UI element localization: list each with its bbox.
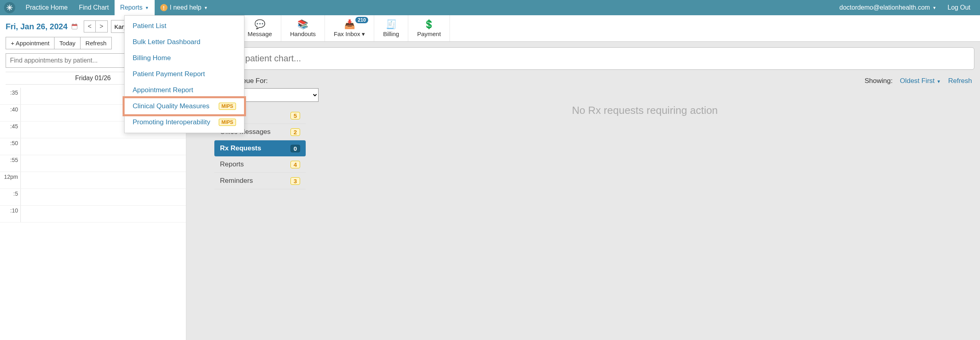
payment-icon: 💲 xyxy=(423,19,434,30)
alert-icon: ! xyxy=(160,4,167,11)
toolbar-message[interactable]: 💬Message xyxy=(238,15,281,41)
queue-item[interactable]: Reminders3 xyxy=(214,173,306,189)
queue-for-select[interactable] xyxy=(234,88,319,102)
menu-item-label: Appointment Report xyxy=(133,86,193,94)
refresh-schedule-button[interactable]: Refresh xyxy=(81,37,112,49)
time-slot-row[interactable]: :50 xyxy=(0,138,186,155)
toolbar-label: Message xyxy=(248,30,272,37)
nav-find-chart[interactable]: Find Chart xyxy=(73,0,115,15)
caret-down-icon: ▼ xyxy=(937,79,941,84)
nav-user-email[interactable]: doctordemo@elationhealth.com ▼ xyxy=(834,0,942,15)
reports-menu-item[interactable]: Patient List xyxy=(125,18,244,34)
reports-dropdown: Patient ListBulk Letter DashboardBilling… xyxy=(124,15,244,133)
next-day-button[interactable]: > xyxy=(96,20,108,32)
mips-badge: MIPS xyxy=(219,119,236,126)
reports-menu-item[interactable]: Patient Payment Report xyxy=(125,66,244,82)
patient-chart-search-input[interactable] xyxy=(238,47,974,70)
toolbar-label: Payment xyxy=(417,30,441,37)
queue-item[interactable]: Rx Requests0 xyxy=(214,140,306,156)
schedule-date[interactable]: Fri, Jan 26, 2024 xyxy=(6,22,68,31)
message-icon: 💬 xyxy=(254,19,265,30)
reports-menu-item[interactable]: Bulk Letter Dashboard xyxy=(125,34,244,50)
handouts-icon: 📚 xyxy=(297,19,308,30)
app-logo[interactable] xyxy=(4,2,15,13)
menu-item-label: Promoting Interoperability xyxy=(133,118,210,126)
today-button[interactable]: Today xyxy=(54,37,81,49)
topbar: Practice Home Find Chart Reports ▼ ! I n… xyxy=(0,0,980,15)
toolbar-billing[interactable]: 🧾Billing xyxy=(374,15,408,41)
empty-queue-message: No Rx requests requiring action xyxy=(315,104,974,117)
billing-icon: 🧾 xyxy=(386,19,397,30)
refresh-queue-link[interactable]: Refresh xyxy=(948,77,972,85)
time-slot-label: :10 xyxy=(0,206,21,222)
add-appointment-button[interactable]: + Appointment xyxy=(6,37,54,49)
queue-item-count: 4 xyxy=(290,161,300,168)
nav-reports[interactable]: Reports ▼ xyxy=(115,0,155,15)
toolbar-payment[interactable]: 💲Payment xyxy=(408,15,450,41)
time-slot-label: :50 xyxy=(0,138,21,155)
nav-practice-home[interactable]: Practice Home xyxy=(20,0,73,15)
nav-reports-label: Reports xyxy=(120,4,143,11)
svg-rect-3 xyxy=(76,24,77,25)
queue-item[interactable]: Reports4 xyxy=(214,156,306,173)
toolbar-label: Handouts xyxy=(290,30,316,37)
queue-item-count: 5 xyxy=(290,112,300,119)
queue-item-label: Reports xyxy=(220,160,244,168)
time-slot-label: :40 xyxy=(0,105,21,121)
time-slot-label: :5 xyxy=(0,189,21,205)
sort-label: Oldest First xyxy=(900,77,935,85)
reports-menu-item[interactable]: Billing Home xyxy=(125,50,244,66)
queue-item-count: 2 xyxy=(290,128,300,136)
time-slot-row[interactable]: :10 xyxy=(0,206,186,223)
time-slot-label: :35 xyxy=(0,88,21,104)
user-email-label: doctordemo@elationhealth.com xyxy=(839,4,930,11)
queue-item-label: Reminders xyxy=(220,177,253,185)
prev-day-button[interactable]: < xyxy=(84,20,96,32)
caret-down-icon: ▾ xyxy=(360,30,365,37)
menu-item-label: Patient List xyxy=(133,22,166,30)
time-slot-row[interactable]: 12pm xyxy=(0,172,186,189)
time-slot-label: 12pm xyxy=(0,172,21,188)
toolbar-handouts[interactable]: 📚Handouts xyxy=(281,15,325,41)
sort-dropdown[interactable]: Oldest First ▼ xyxy=(900,77,941,85)
caret-down-icon: ▼ xyxy=(145,6,149,10)
calendar-icon[interactable] xyxy=(71,23,78,30)
fax-inbox-icon: 📥 xyxy=(344,19,355,30)
menu-item-label: Clinical Quality Measures xyxy=(133,102,210,110)
reports-menu-item[interactable]: Appointment Report xyxy=(125,82,244,98)
queue-item-count: 0 xyxy=(290,145,300,152)
menu-item-label: Bulk Letter Dashboard xyxy=(133,38,200,46)
main-panel: 💬Message📚Handouts📥Fax Inbox ▾210🧾Billing… xyxy=(186,15,980,340)
nav-help-label: I need help xyxy=(170,4,202,11)
nav-logout[interactable]: Log Out xyxy=(942,0,976,15)
count-badge: 210 xyxy=(355,17,368,23)
time-slot-row[interactable]: :5 xyxy=(0,189,186,206)
showing-label: Showing: xyxy=(865,77,893,85)
main-toolbar: 💬Message📚Handouts📥Fax Inbox ▾210🧾Billing… xyxy=(186,15,980,42)
elation-logo-icon xyxy=(6,4,13,11)
queue-item-count: 3 xyxy=(290,177,300,185)
menu-item-label: Patient Payment Report xyxy=(133,70,205,78)
svg-rect-1 xyxy=(72,24,77,26)
caret-down-icon: ▼ xyxy=(204,6,208,10)
toolbar-label: Fax Inbox ▾ xyxy=(334,30,365,38)
mips-badge: MIPS xyxy=(219,103,236,110)
reports-menu-item[interactable]: Promoting InteroperabilityMIPS xyxy=(125,114,244,130)
svg-rect-2 xyxy=(73,24,73,25)
toolbar-label: Billing xyxy=(383,30,399,37)
nav-help[interactable]: ! I need help ▼ xyxy=(155,0,214,15)
reports-menu-item[interactable]: Clinical Quality MeasuresMIPS xyxy=(123,96,246,116)
menu-item-label: Billing Home xyxy=(133,54,171,62)
caret-down-icon: ▼ xyxy=(932,6,936,10)
queue-item-label: Rx Requests xyxy=(220,144,261,152)
time-slot-label: :55 xyxy=(0,155,21,172)
toolbar-fax-inbox[interactable]: 📥Fax Inbox ▾210 xyxy=(325,15,374,41)
time-slot-row[interactable]: :55 xyxy=(0,155,186,172)
time-slot-label: :45 xyxy=(0,121,21,138)
